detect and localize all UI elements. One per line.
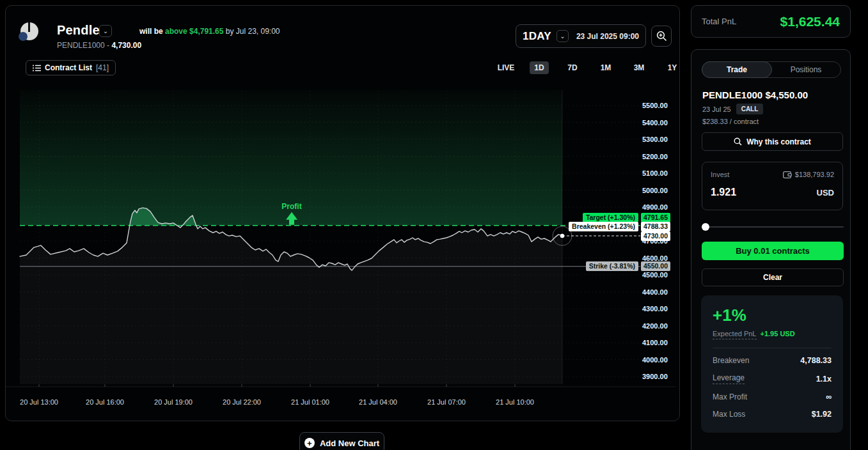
search-icon xyxy=(734,137,742,146)
time-axis-label: 20 Jul 19:00 xyxy=(145,398,202,406)
stat-row: Breakeven4,788.33 xyxy=(713,356,832,365)
timeframe-7d[interactable]: 7D xyxy=(556,61,589,74)
stat-row: Max Profit∞ xyxy=(713,392,832,401)
contract-name: PENDLE1000 $4,550.00 xyxy=(702,89,808,100)
plus-icon: + xyxy=(304,438,315,448)
timeframe-live[interactable]: LIVE xyxy=(489,61,523,74)
target-line-label: Target (+1.30%) xyxy=(583,213,638,222)
expected-pnl-card: +1% Expected PnL +1.95 USD Breakeven4,78… xyxy=(701,295,843,433)
range-duration: 1DAY xyxy=(523,30,551,43)
slider-track[interactable] xyxy=(702,226,844,228)
expected-pnl-label: Expected PnL xyxy=(713,330,757,339)
stat-row: Leverage1.1x xyxy=(713,373,832,384)
expected-pnl-value: +1.95 USD xyxy=(761,330,795,338)
current-price-tag: 4730.00 xyxy=(641,231,670,241)
asset-dropdown-chevron-icon[interactable]: ⌄ xyxy=(99,25,112,37)
clear-button[interactable]: Clear xyxy=(702,268,844,286)
price-axis-label: 5100.00 xyxy=(642,169,674,177)
time-axis-label: 21 Jul 07:00 xyxy=(418,398,475,406)
price-axis-label: 4600.00 xyxy=(642,254,674,262)
price-axis-label: 4000.00 xyxy=(642,356,674,364)
price-axis-label: 4900.00 xyxy=(642,203,674,211)
price-axis-label: 5400.00 xyxy=(642,119,674,127)
invest-box[interactable]: Invest $138,793.92 1.921 USD xyxy=(702,162,843,210)
strike-price-tag: 4550.00 xyxy=(641,261,670,271)
svg-text:Profit: Profit xyxy=(281,202,301,211)
price-axis-label: 4200.00 xyxy=(642,322,674,330)
tab-positions[interactable]: Positions xyxy=(771,62,840,77)
invest-amount-input[interactable]: 1.921 xyxy=(711,187,736,198)
timeframe-row: LIVE1D7D1M3M1Y xyxy=(489,61,689,74)
magnifier-plus-icon xyxy=(656,31,667,42)
total-pnl-label: Total PnL xyxy=(702,17,736,26)
why-this-contract-button[interactable]: Why this contract xyxy=(702,132,843,151)
invest-slider[interactable] xyxy=(702,223,844,231)
timeframe-3m[interactable]: 3M xyxy=(622,61,656,74)
slider-thumb[interactable] xyxy=(702,223,709,231)
price-axis-label: 5500.00 xyxy=(642,102,674,109)
total-pnl-value: $1,625.44 xyxy=(780,14,840,29)
price-axis-label: 3900.00 xyxy=(642,373,674,380)
price-axis-label: 4300.00 xyxy=(642,305,674,313)
contract-list-button[interactable]: Contract List [41] xyxy=(26,60,116,75)
price-axis-label: 5300.00 xyxy=(642,136,674,143)
time-axis-label: 21 Jul 01:00 xyxy=(281,398,339,406)
contract-meta: 23 Jul 25 CALL xyxy=(702,104,763,114)
breakeven-price-tag: 4788.33 xyxy=(641,222,670,231)
time-axis-label: 21 Jul 04:00 xyxy=(349,398,407,406)
price-axis-label: 4500.00 xyxy=(642,271,674,279)
strike-line-label: Strike (-3.81%) xyxy=(586,261,638,271)
time-axis-label: 20 Jul 13:00 xyxy=(10,398,68,406)
range-datetime: 23 Jul 2025 09:00 xyxy=(576,32,639,41)
price-axis-label: 5200.00 xyxy=(642,153,674,160)
buy-button[interactable]: Buy 0.01 contracts xyxy=(702,242,844,260)
wallet-balance: $138,793.92 xyxy=(783,171,834,178)
price-axis-label: 4100.00 xyxy=(642,339,674,346)
price-axis-label: 4400.00 xyxy=(642,288,674,296)
list-icon xyxy=(33,65,41,72)
range-chevron-icon[interactable]: ⌄ xyxy=(556,30,569,42)
total-pnl-card: Total PnL $1,625.44 xyxy=(691,5,851,38)
invest-label: Invest xyxy=(711,171,729,178)
trade-positions-tabs: TradePositions xyxy=(702,61,841,78)
breakeven-line-label: Breakeven (+1.23%) xyxy=(569,222,638,231)
pendle-logo xyxy=(20,22,38,40)
timeframe-1d[interactable]: 1D xyxy=(530,61,549,74)
timeframe-1y[interactable]: 1Y xyxy=(656,61,689,74)
symbol-price: PENDLE1000 - 4,730.00 xyxy=(57,41,141,50)
timeframe-1m[interactable]: 1M xyxy=(589,61,622,74)
price-per-contract: $238.33 / contract xyxy=(702,118,759,125)
chart-panel: Profit Pendle ⌄ PENDLE1000 - 4,730.00 wi… xyxy=(5,5,680,421)
stat-row: Max Loss$1.92 xyxy=(713,410,832,419)
time-axis-label: 20 Jul 16:00 xyxy=(76,398,134,406)
wallet-icon xyxy=(783,171,792,178)
price-axis-label: 5000.00 xyxy=(642,187,674,194)
time-axis-label: 21 Jul 10:00 xyxy=(486,398,544,406)
tab-trade[interactable]: Trade xyxy=(702,61,772,78)
asset-title: Pendle xyxy=(57,23,100,38)
divider xyxy=(713,348,832,348)
contract-statement: will be above $4,791.65 by Jul 23, 09:00 xyxy=(139,27,280,36)
contract-date: 23 Jul 25 xyxy=(702,105,731,113)
chart-zoom-button[interactable] xyxy=(651,26,672,47)
add-new-chart-button[interactable]: + Add New Chart xyxy=(299,432,384,450)
trade-panel: TradePositions PENDLE1000 $4,550.00 23 J… xyxy=(691,49,851,450)
time-axis-label: 20 Jul 22:00 xyxy=(213,398,271,406)
invest-currency: USD xyxy=(817,188,834,198)
contract-type-badge: CALL xyxy=(736,104,764,114)
range-selector[interactable]: 1DAY ⌄ 23 Jul 2025 09:00 xyxy=(516,24,646,48)
expected-pct: +1% xyxy=(713,306,832,325)
target-price-tag: 4791.65 xyxy=(641,213,670,222)
